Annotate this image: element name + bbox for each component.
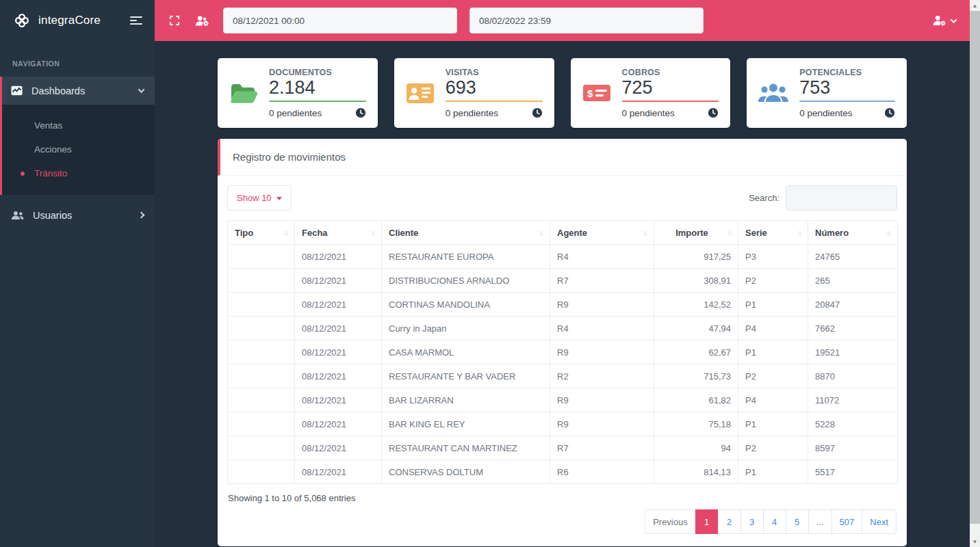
active-dot-icon bbox=[21, 172, 25, 176]
table-cell: R9 bbox=[550, 388, 654, 412]
table-cell: 08/12/2021 bbox=[295, 293, 382, 317]
table-cell: 5517 bbox=[808, 460, 898, 484]
search-label: Search: bbox=[749, 193, 779, 203]
card-value: 725 bbox=[622, 77, 719, 98]
card-pending-text: 0 pendientes bbox=[446, 108, 498, 118]
sidebar-item-usuarios[interactable]: Usuarios bbox=[0, 201, 155, 229]
card-divider bbox=[446, 101, 543, 102]
scroll-down-icon[interactable]: ▼ bbox=[970, 536, 980, 547]
table-cell: R4 bbox=[550, 245, 654, 269]
table-cell: 20847 bbox=[808, 293, 898, 317]
date-to-input[interactable] bbox=[469, 8, 704, 34]
submenu-item-tránsito[interactable]: Tránsito bbox=[2, 161, 155, 185]
table-cell: P2 bbox=[738, 364, 808, 388]
scrollbar-thumb[interactable] bbox=[970, 11, 980, 524]
table-toolbar: Show 10 Search: bbox=[227, 185, 897, 211]
sidebar-item-dashboards[interactable]: Dashboards bbox=[0, 77, 155, 105]
sidebar-toggle-icon[interactable] bbox=[130, 16, 142, 25]
show-entries-button[interactable]: Show 10 bbox=[227, 185, 292, 211]
clock-icon bbox=[708, 107, 719, 118]
table-cell: P4 bbox=[738, 317, 808, 341]
table-cell: 47,94 bbox=[654, 317, 738, 341]
sidebar: integraCore NAVIGATION Dashboards Ventas… bbox=[0, 0, 155, 547]
table-cell: P4 bbox=[738, 388, 808, 412]
table-row: 08/12/2021CORTINAS MANDOLINAR9142,52P120… bbox=[228, 293, 898, 317]
caret-down-icon bbox=[276, 197, 282, 200]
table-cell bbox=[228, 436, 295, 460]
table-body: 08/12/2021RESTAURANTE EUROPAR4917,25P324… bbox=[228, 245, 898, 484]
table-cell: R7 bbox=[550, 269, 654, 293]
table-cell: 08/12/2021 bbox=[295, 269, 382, 293]
table-cell: P3 bbox=[738, 245, 808, 269]
table-cell: P1 bbox=[738, 460, 808, 484]
brand-logo-icon bbox=[12, 11, 31, 30]
page-button-...[interactable]: ... bbox=[808, 509, 832, 534]
svg-text:$: $ bbox=[587, 88, 593, 99]
page-button-5[interactable]: 5 bbox=[786, 509, 809, 534]
table-cell: P1 bbox=[738, 341, 808, 364]
search-input[interactable] bbox=[786, 185, 897, 211]
table-cell bbox=[228, 460, 295, 484]
table-cell: 19521 bbox=[808, 341, 898, 364]
table-cell bbox=[228, 364, 295, 388]
card-label: POTENCIALES bbox=[799, 68, 895, 77]
sort-icon: ↑↓ bbox=[792, 229, 801, 237]
column-header-fecha[interactable]: Fecha↑↓ bbox=[295, 221, 382, 245]
column-header-tipo[interactable]: Tipo↑↓ bbox=[228, 221, 295, 245]
table-cell bbox=[228, 317, 295, 341]
table-cell: R9 bbox=[550, 412, 654, 436]
page-button-2[interactable]: 2 bbox=[718, 509, 741, 534]
page-button-4[interactable]: 4 bbox=[763, 509, 786, 534]
page-scrollbar[interactable]: ▲ ▼ bbox=[970, 0, 980, 547]
column-header-agente[interactable]: Agente↑↓ bbox=[550, 221, 654, 245]
content: DOCUMENTOS2.1840 pendientesVISITAS6930 p… bbox=[155, 41, 970, 547]
sort-icon: ↑↓ bbox=[723, 229, 731, 237]
column-header-número[interactable]: Número↑↓ bbox=[808, 221, 898, 245]
sort-icon: ↑↓ bbox=[882, 229, 890, 237]
entries-summary: Showing 1 to 10 of 5,068 entries bbox=[228, 493, 897, 503]
table-cell: 917,25 bbox=[654, 245, 738, 269]
table-cell: 94 bbox=[654, 436, 738, 460]
page-button-next[interactable]: Next bbox=[862, 509, 897, 534]
page-button-507[interactable]: 507 bbox=[831, 509, 863, 534]
table-cell bbox=[228, 269, 295, 293]
submenu-item-ventas[interactable]: Ventas bbox=[2, 114, 155, 137]
page-button-3[interactable]: 3 bbox=[740, 509, 764, 534]
users-cog-icon[interactable] bbox=[194, 15, 209, 27]
movements-table: Tipo↑↓Fecha↑↓Cliente↑↓Agente↑↓Importe↑↓S… bbox=[227, 220, 898, 484]
card-pending-text: 0 pendientes bbox=[269, 108, 322, 118]
page-button-1[interactable]: 1 bbox=[695, 509, 719, 534]
column-header-serie[interactable]: Serie↑↓ bbox=[738, 221, 808, 245]
column-header-importe[interactable]: Importe↑↓ bbox=[654, 221, 738, 245]
dashboards-submenu: VentasAccionesTránsito bbox=[0, 105, 155, 195]
table-cell: 08/12/2021 bbox=[295, 436, 382, 460]
table-cell: 08/12/2021 bbox=[295, 460, 382, 484]
table-cell bbox=[228, 245, 295, 269]
table-cell: 62,67 bbox=[654, 341, 738, 364]
nav-section-label: NAVIGATION bbox=[0, 41, 155, 77]
date-from-input[interactable] bbox=[223, 8, 457, 34]
table-cell: R2 bbox=[550, 364, 654, 388]
sort-icon: ↑↓ bbox=[279, 229, 287, 237]
user-menu[interactable] bbox=[932, 15, 956, 26]
table-cell: 308,91 bbox=[654, 269, 738, 293]
table-cell: BAR KING EL REY bbox=[382, 412, 550, 436]
card-label: DOCUMENTOS bbox=[269, 68, 366, 77]
table-cell: RESTAURANTE EUROPA bbox=[382, 245, 550, 269]
table-cell: R7 bbox=[550, 436, 654, 460]
sort-icon: ↑↓ bbox=[366, 229, 374, 237]
table-cell: RESTAURANT CAN MARTINEZ bbox=[382, 436, 550, 460]
fullscreen-icon[interactable] bbox=[168, 14, 181, 27]
chevron-down-icon bbox=[139, 88, 144, 93]
table-cell: R9 bbox=[550, 341, 654, 364]
page-button-previous[interactable]: Previous bbox=[645, 509, 696, 534]
column-header-cliente[interactable]: Cliente↑↓ bbox=[382, 221, 550, 245]
table-cell: 265 bbox=[808, 269, 898, 293]
table-cell: RESTAURANTE Y BAR VADER bbox=[382, 364, 550, 388]
table-cell: Curry in Japan bbox=[382, 317, 550, 341]
scroll-up-icon[interactable]: ▲ bbox=[970, 0, 980, 11]
table-cell: 11072 bbox=[808, 388, 898, 412]
sidebar-item-label: Usuarios bbox=[33, 210, 72, 221]
submenu-item-acciones[interactable]: Acciones bbox=[2, 137, 155, 161]
table-row: 08/12/2021BAR LIZARRANR961,82P411072 bbox=[228, 388, 898, 412]
